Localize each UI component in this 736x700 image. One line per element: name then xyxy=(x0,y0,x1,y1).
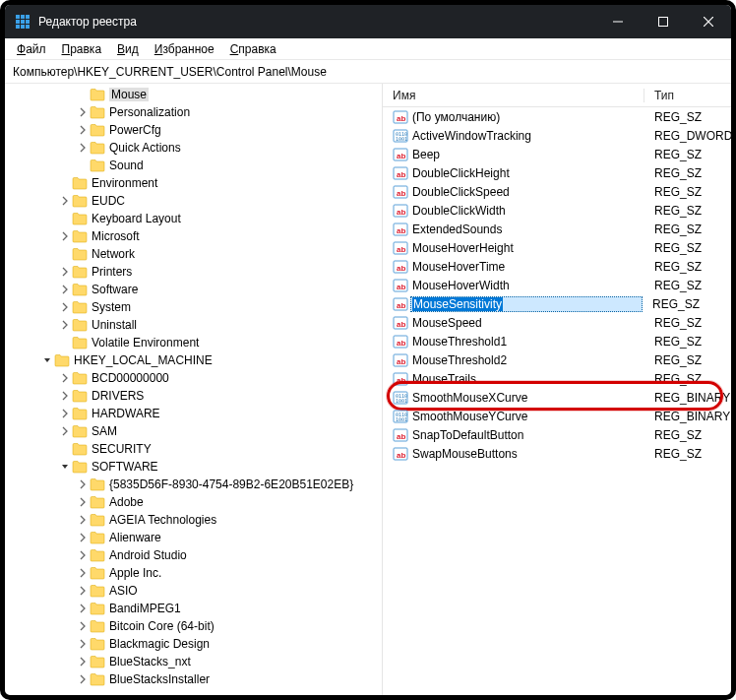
tree-item[interactable]: DRIVERS xyxy=(5,387,382,405)
twisty-icon[interactable] xyxy=(76,657,90,667)
list-row[interactable]: abMouseSensitivityREG_SZ xyxy=(383,294,731,313)
twisty-icon[interactable] xyxy=(58,231,72,241)
list-row[interactable]: abDoubleClickHeightREG_SZ xyxy=(383,163,731,182)
menu-справка[interactable]: Справка xyxy=(222,40,284,58)
minimize-button[interactable] xyxy=(595,5,641,38)
list-body[interactable]: ab(По умолчанию)REG_SZ01101001ActiveWind… xyxy=(383,107,731,695)
tree-item[interactable]: Mouse xyxy=(5,86,382,103)
twisty-icon[interactable] xyxy=(76,568,90,578)
tree-item[interactable]: Volatile Environment xyxy=(5,334,382,351)
twisty-icon[interactable] xyxy=(58,267,72,277)
list-header[interactable]: Имя Тип xyxy=(383,84,731,107)
tree-item[interactable]: BCD00000000 xyxy=(5,369,382,387)
tree-item[interactable]: BlueStacks_nxt xyxy=(5,653,382,670)
list-row[interactable]: abSnapToDefaultButtonREG_SZ xyxy=(383,425,731,444)
tree-item[interactable]: PowerCfg xyxy=(5,121,382,139)
tree-item[interactable]: AGEIA Technologies xyxy=(5,511,382,529)
tree-item[interactable]: Apple Inc. xyxy=(5,564,382,582)
twisty-icon[interactable] xyxy=(76,604,90,613)
twisty-icon[interactable] xyxy=(76,586,90,596)
tree-item[interactable]: Microsoft xyxy=(5,227,382,245)
twisty-icon[interactable] xyxy=(76,125,90,135)
tree-label: Adobe xyxy=(109,495,144,509)
list-row[interactable]: ab(По умолчанию)REG_SZ xyxy=(383,107,731,126)
list-row[interactable]: abSwapMouseButtonsREG_SZ xyxy=(383,444,731,463)
tree-item[interactable]: {5835D56F-8930-4754-89B2-6E20B51E02EB} xyxy=(5,476,382,493)
value-name: MouseTrails xyxy=(412,372,644,386)
twisty-icon[interactable] xyxy=(76,639,90,649)
twisty-icon[interactable] xyxy=(58,320,72,330)
tree-item[interactable]: Android Studio xyxy=(5,546,382,564)
twisty-icon[interactable] xyxy=(58,426,72,436)
list-row[interactable]: abMouseSpeedREG_SZ xyxy=(383,313,731,332)
twisty-icon[interactable] xyxy=(58,196,72,206)
tree-item[interactable]: HKEY_LOCAL_MACHINE xyxy=(5,351,382,369)
list-row[interactable]: abMouseTrailsREG_SZ xyxy=(383,369,731,388)
value-name: (По умолчанию) xyxy=(412,110,644,124)
tree-item[interactable]: System xyxy=(5,298,382,316)
twisty-icon[interactable] xyxy=(58,285,72,294)
address-bar[interactable]: Компьютер\HKEY_CURRENT_USER\Control Pane… xyxy=(5,60,731,84)
col-type[interactable]: Тип xyxy=(644,89,731,102)
tree-item[interactable]: Bitcoin Core (64-bit) xyxy=(5,617,382,635)
tree-item[interactable]: Network xyxy=(5,245,382,263)
list-row[interactable]: abDoubleClickWidthREG_SZ xyxy=(383,201,731,220)
menu-правка[interactable]: Правка xyxy=(54,40,110,58)
menu-избранное[interactable]: Избранное xyxy=(147,40,222,58)
tree-item[interactable]: Environment xyxy=(5,174,382,192)
tree-item[interactable]: ASIO xyxy=(5,582,382,600)
list-row[interactable]: abMouseHoverTimeREG_SZ xyxy=(383,257,731,276)
tree-panel[interactable]: MousePersonalizationPowerCfgQuick Action… xyxy=(5,84,383,695)
twisty-icon[interactable] xyxy=(58,302,72,312)
twisty-icon[interactable] xyxy=(76,621,90,631)
twisty-icon[interactable] xyxy=(76,143,90,153)
tree-item[interactable]: Sound xyxy=(5,157,382,174)
list-row[interactable]: abMouseThreshold1REG_SZ xyxy=(383,332,731,350)
col-name[interactable]: Имя xyxy=(383,89,644,102)
tree-item[interactable]: Uninstall xyxy=(5,316,382,334)
tree-item[interactable]: Software xyxy=(5,281,382,298)
twisty-icon[interactable] xyxy=(76,107,90,117)
twisty-icon[interactable] xyxy=(40,355,54,365)
list-row[interactable]: abMouseHoverHeightREG_SZ xyxy=(383,238,731,257)
list-row[interactable]: abMouseThreshold2REG_SZ xyxy=(383,350,731,369)
twisty-icon[interactable] xyxy=(58,462,72,472)
twisty-icon[interactable] xyxy=(58,409,72,418)
tree-label: ASIO xyxy=(109,584,138,598)
menu-вид[interactable]: Вид xyxy=(109,40,147,58)
tree-item[interactable]: Blackmagic Design xyxy=(5,635,382,653)
tree-item[interactable]: SAM xyxy=(5,422,382,440)
value-name: ActiveWindowTracking xyxy=(412,129,644,143)
list-row[interactable]: 01101001ActiveWindowTrackingREG_DWORD xyxy=(383,126,731,145)
tree-item[interactable]: EUDC xyxy=(5,192,382,210)
twisty-icon[interactable] xyxy=(76,497,90,507)
tree-item[interactable]: HARDWARE xyxy=(5,405,382,422)
twisty-icon[interactable] xyxy=(58,391,72,401)
tree-item[interactable]: Quick Actions xyxy=(5,139,382,157)
twisty-icon[interactable] xyxy=(76,515,90,525)
twisty-icon[interactable] xyxy=(76,550,90,560)
tree-item[interactable]: BlueStacksInstaller xyxy=(5,670,382,688)
twisty-icon[interactable] xyxy=(76,533,90,542)
menu-файл[interactable]: Файл xyxy=(9,40,54,58)
tree-item[interactable]: BandiMPEG1 xyxy=(5,600,382,617)
list-row[interactable]: abBeepREG_SZ xyxy=(383,145,731,163)
twisty-icon[interactable] xyxy=(76,674,90,684)
tree-item[interactable]: Alienware xyxy=(5,529,382,546)
list-row[interactable]: abExtendedSoundsREG_SZ xyxy=(383,220,731,238)
tree-item[interactable]: Adobe xyxy=(5,493,382,511)
twisty-icon[interactable] xyxy=(76,479,90,489)
list-row[interactable]: abDoubleClickSpeedREG_SZ xyxy=(383,182,731,201)
twisty-icon[interactable] xyxy=(58,373,72,383)
close-button[interactable] xyxy=(686,5,731,38)
list-row[interactable]: abMouseHoverWidthREG_SZ xyxy=(383,276,731,294)
tree-item[interactable]: Keyboard Layout xyxy=(5,210,382,227)
maximize-button[interactable] xyxy=(641,5,686,38)
titlebar[interactable]: Редактор реестра xyxy=(5,5,731,38)
list-row[interactable]: 01101001SmoothMouseXCurveREG_BINARY xyxy=(383,388,731,407)
list-row[interactable]: 01101001SmoothMouseYCurveREG_BINARY xyxy=(383,407,731,425)
tree-item[interactable]: SOFTWARE xyxy=(5,458,382,476)
tree-item[interactable]: SECURITY xyxy=(5,440,382,458)
tree-item[interactable]: Printers xyxy=(5,263,382,281)
tree-item[interactable]: Personalization xyxy=(5,103,382,121)
